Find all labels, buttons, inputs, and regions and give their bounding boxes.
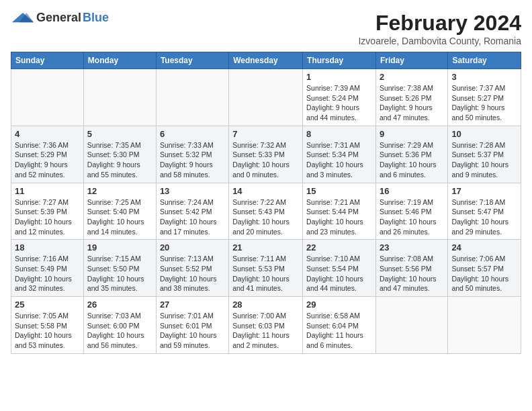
calendar-cell: 10Sunrise: 7:28 AM Sunset: 5:37 PM Dayli… (448, 126, 521, 183)
cell-content: Sunrise: 7:16 AM Sunset: 5:49 PM Dayligh… (15, 254, 80, 293)
cell-content: Sunrise: 7:00 AM Sunset: 6:03 PM Dayligh… (232, 311, 299, 351)
day-number: 4 (15, 129, 80, 139)
calendar-cell: 2Sunrise: 7:38 AM Sunset: 5:26 PM Daylig… (375, 69, 447, 126)
day-number: 7 (232, 129, 299, 139)
calendar-cell: 15Sunrise: 7:21 AM Sunset: 5:44 PM Dayli… (303, 183, 376, 240)
calendar-cell (448, 297, 521, 354)
cell-content: Sunrise: 7:28 AM Sunset: 5:37 PM Dayligh… (451, 140, 517, 180)
cell-content: Sunrise: 7:21 AM Sunset: 5:44 PM Dayligh… (306, 197, 372, 237)
calendar-cell: 14Sunrise: 7:22 AM Sunset: 5:43 PM Dayli… (229, 183, 303, 240)
day-number: 12 (87, 186, 152, 196)
day-number: 9 (380, 129, 444, 139)
cell-content: Sunrise: 7:13 AM Sunset: 5:52 PM Dayligh… (160, 254, 225, 293)
calendar-row-3: 18Sunrise: 7:16 AM Sunset: 5:49 PM Dayli… (11, 240, 521, 297)
calendar-cell: 16Sunrise: 7:19 AM Sunset: 5:46 PM Dayli… (375, 183, 447, 240)
cell-content: Sunrise: 7:38 AM Sunset: 5:26 PM Dayligh… (380, 83, 444, 123)
calendar-cell: 8Sunrise: 7:31 AM Sunset: 5:34 PM Daylig… (303, 126, 376, 183)
day-number: 18 (15, 242, 80, 253)
calendar-cell: 28Sunrise: 7:00 AM Sunset: 6:03 PM Dayli… (229, 297, 303, 354)
day-number: 27 (160, 300, 225, 310)
calendar-cell (375, 297, 447, 354)
weekday-header-row: SundayMondayTuesdayWednesdayThursdayFrid… (11, 52, 521, 69)
calendar-cell: 20Sunrise: 7:13 AM Sunset: 5:52 PM Dayli… (156, 240, 228, 297)
cell-content: Sunrise: 7:29 AM Sunset: 5:36 PM Dayligh… (380, 140, 444, 180)
cell-content: Sunrise: 7:27 AM Sunset: 5:39 PM Dayligh… (15, 197, 80, 237)
cell-content: Sunrise: 7:31 AM Sunset: 5:34 PM Dayligh… (306, 140, 372, 180)
cell-content: Sunrise: 7:19 AM Sunset: 5:46 PM Dayligh… (380, 197, 444, 237)
day-number: 25 (15, 300, 80, 310)
cell-content: Sunrise: 7:36 AM Sunset: 5:29 PM Dayligh… (15, 140, 80, 180)
calendar-cell: 19Sunrise: 7:15 AM Sunset: 5:50 PM Dayli… (83, 240, 156, 297)
logo-icon (11, 11, 35, 25)
cell-content: Sunrise: 7:01 AM Sunset: 6:01 PM Dayligh… (160, 311, 225, 351)
weekday-header-wednesday: Wednesday (229, 52, 303, 69)
day-number: 2 (380, 72, 444, 82)
calendar-cell: 6Sunrise: 7:33 AM Sunset: 5:32 PM Daylig… (156, 126, 228, 183)
calendar-cell: 7Sunrise: 7:32 AM Sunset: 5:33 PM Daylig… (229, 126, 303, 183)
weekday-header-monday: Monday (83, 52, 156, 69)
calendar-cell: 12Sunrise: 7:25 AM Sunset: 5:40 PM Dayli… (83, 183, 156, 240)
day-number: 26 (87, 300, 152, 310)
cell-content: Sunrise: 7:06 AM Sunset: 5:57 PM Dayligh… (451, 254, 517, 293)
day-number: 21 (232, 242, 299, 253)
day-number: 20 (160, 242, 225, 253)
location-title: Izvoarele, Dambovita County, Romania (358, 36, 521, 46)
title-area: February 2024 Izvoarele, Dambovita Count… (358, 11, 521, 46)
day-number: 28 (232, 300, 299, 310)
weekday-header-thursday: Thursday (303, 52, 376, 69)
cell-content: Sunrise: 7:32 AM Sunset: 5:33 PM Dayligh… (232, 140, 299, 180)
day-number: 15 (306, 186, 372, 196)
header: General Blue February 2024 Izvoarele, Da… (11, 11, 521, 46)
calendar-cell: 17Sunrise: 7:18 AM Sunset: 5:47 PM Dayli… (448, 183, 521, 240)
day-number: 13 (160, 186, 225, 196)
cell-content: Sunrise: 7:33 AM Sunset: 5:32 PM Dayligh… (160, 140, 225, 180)
calendar-cell (11, 69, 84, 126)
day-number: 24 (451, 242, 517, 253)
logo-general: General (36, 11, 81, 25)
calendar-cell (229, 69, 303, 126)
weekday-header-friday: Friday (375, 52, 447, 69)
calendar-cell (83, 69, 156, 126)
calendar-cell: 4Sunrise: 7:36 AM Sunset: 5:29 PM Daylig… (11, 126, 84, 183)
weekday-header-tuesday: Tuesday (156, 52, 228, 69)
day-number: 5 (87, 129, 152, 139)
cell-content: Sunrise: 7:37 AM Sunset: 5:27 PM Dayligh… (451, 83, 517, 123)
cell-content: Sunrise: 6:58 AM Sunset: 6:04 PM Dayligh… (306, 311, 372, 351)
calendar-cell: 11Sunrise: 7:27 AM Sunset: 5:39 PM Dayli… (11, 183, 84, 240)
weekday-header-saturday: Saturday (448, 52, 521, 69)
calendar-cell: 3Sunrise: 7:37 AM Sunset: 5:27 PM Daylig… (448, 69, 521, 126)
calendar-cell: 25Sunrise: 7:05 AM Sunset: 5:58 PM Dayli… (11, 297, 84, 354)
cell-content: Sunrise: 7:39 AM Sunset: 5:24 PM Dayligh… (306, 83, 372, 123)
calendar-table: SundayMondayTuesdayWednesdayThursdayFrid… (11, 52, 521, 354)
cell-content: Sunrise: 7:22 AM Sunset: 5:43 PM Dayligh… (232, 197, 299, 237)
month-title: February 2024 (358, 11, 521, 36)
cell-content: Sunrise: 7:25 AM Sunset: 5:40 PM Dayligh… (87, 197, 152, 237)
day-number: 8 (306, 129, 372, 139)
cell-content: Sunrise: 7:05 AM Sunset: 5:58 PM Dayligh… (15, 311, 80, 351)
calendar-row-1: 4Sunrise: 7:36 AM Sunset: 5:29 PM Daylig… (11, 126, 521, 183)
calendar-cell: 5Sunrise: 7:35 AM Sunset: 5:30 PM Daylig… (83, 126, 156, 183)
calendar-row-4: 25Sunrise: 7:05 AM Sunset: 5:58 PM Dayli… (11, 297, 521, 354)
calendar-cell: 9Sunrise: 7:29 AM Sunset: 5:36 PM Daylig… (375, 126, 447, 183)
day-number: 14 (232, 186, 299, 196)
day-number: 29 (306, 300, 372, 310)
calendar-cell: 29Sunrise: 6:58 AM Sunset: 6:04 PM Dayli… (303, 297, 376, 354)
calendar-cell: 21Sunrise: 7:11 AM Sunset: 5:53 PM Dayli… (229, 240, 303, 297)
day-number: 19 (87, 242, 152, 253)
cell-content: Sunrise: 7:11 AM Sunset: 5:53 PM Dayligh… (232, 254, 299, 293)
calendar-row-2: 11Sunrise: 7:27 AM Sunset: 5:39 PM Dayli… (11, 183, 521, 240)
cell-content: Sunrise: 7:08 AM Sunset: 5:56 PM Dayligh… (380, 254, 444, 293)
day-number: 1 (306, 72, 372, 82)
logo: General Blue (11, 11, 109, 25)
calendar-cell: 23Sunrise: 7:08 AM Sunset: 5:56 PM Dayli… (375, 240, 447, 297)
cell-content: Sunrise: 7:03 AM Sunset: 6:00 PM Dayligh… (87, 311, 152, 351)
day-number: 11 (15, 186, 80, 196)
calendar-row-0: 1Sunrise: 7:39 AM Sunset: 5:24 PM Daylig… (11, 69, 521, 126)
cell-content: Sunrise: 7:18 AM Sunset: 5:47 PM Dayligh… (451, 197, 517, 237)
calendar-cell: 1Sunrise: 7:39 AM Sunset: 5:24 PM Daylig… (303, 69, 376, 126)
day-number: 6 (160, 129, 225, 139)
calendar-cell: 24Sunrise: 7:06 AM Sunset: 5:57 PM Dayli… (448, 240, 521, 297)
calendar-cell: 27Sunrise: 7:01 AM Sunset: 6:01 PM Dayli… (156, 297, 228, 354)
cell-content: Sunrise: 7:15 AM Sunset: 5:50 PM Dayligh… (87, 254, 152, 293)
cell-content: Sunrise: 7:24 AM Sunset: 5:42 PM Dayligh… (160, 197, 225, 237)
